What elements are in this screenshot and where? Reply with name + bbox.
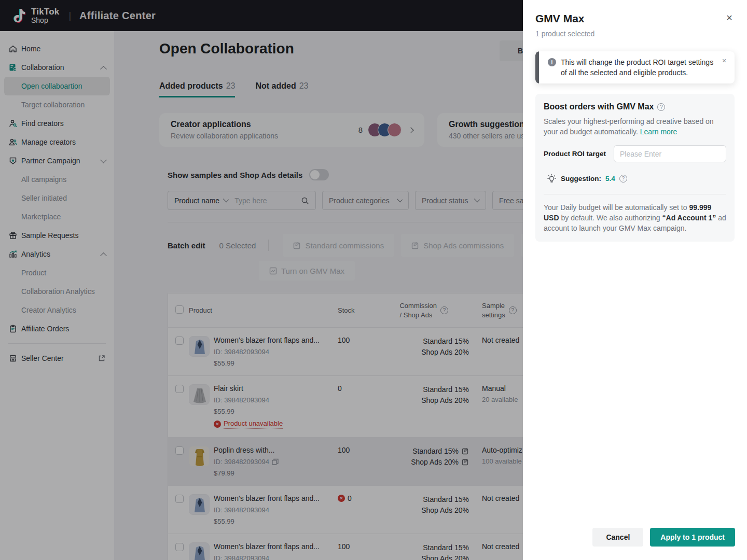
- close-icon[interactable]: [724, 12, 735, 23]
- learn-more-link[interactable]: Learn more: [640, 128, 677, 136]
- suggestion-value[interactable]: 5.4: [605, 175, 615, 183]
- boost-title: Boost orders with GMV Max: [544, 102, 654, 111]
- suggestion-row: Suggestion: 5.4: [544, 174, 726, 184]
- info-icon: [548, 58, 556, 66]
- suggestion-label: Suggestion:: [561, 175, 601, 183]
- boost-description: Scales your highest-performing ad creati…: [544, 116, 726, 137]
- help-icon[interactable]: [619, 175, 627, 183]
- apply-button[interactable]: Apply to 1 product: [650, 528, 735, 547]
- cancel-button[interactable]: Cancel: [592, 528, 643, 547]
- drawer-title: GMV Max: [535, 12, 585, 25]
- drawer-footer: Cancel Apply to 1 product: [592, 528, 735, 547]
- roi-target-input[interactable]: [614, 145, 726, 162]
- roi-change-notice: This will change the product ROI target …: [535, 51, 735, 83]
- ad-account-name: “Ad Account 1”: [662, 214, 716, 222]
- notice-text: This will change the product ROI target …: [561, 57, 717, 78]
- help-icon[interactable]: [657, 103, 665, 111]
- budget-text: Your Daily budget will be automatically …: [544, 202, 726, 233]
- boost-orders-card: Boost orders with GMV Max Scales your hi…: [535, 94, 735, 242]
- drawer-subtitle: 1 product selected: [535, 30, 735, 38]
- gmv-max-drawer: GMV Max 1 product selected This will cha…: [523, 0, 747, 560]
- notice-close-icon[interactable]: [719, 55, 729, 66]
- lightbulb-icon: [547, 174, 557, 184]
- boost-divider: [544, 194, 726, 194]
- roi-target-label: Product ROI target: [544, 150, 606, 158]
